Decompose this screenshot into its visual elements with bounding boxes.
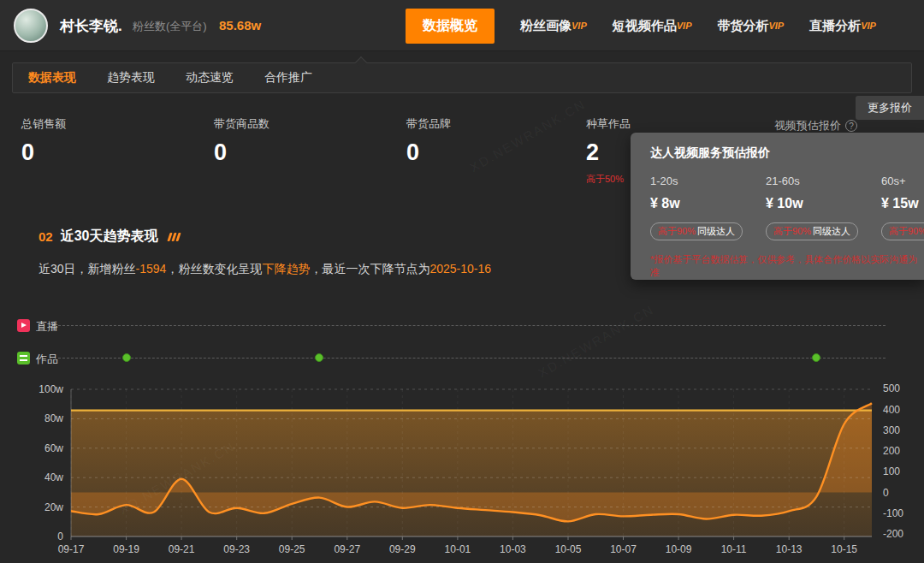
fans-count-label: 粉丝数(全平台) — [133, 19, 207, 34]
section-title: 近30天趋势表现 — [61, 228, 158, 246]
stat-commerce-brands: 带货品牌 0 — [406, 116, 451, 166]
trend-summary: 近30日，新增粉丝-1594，粉丝数变化呈现下降趋势，最近一次下降节点为2025… — [38, 262, 491, 277]
summary-text: ，最近一次下降节点为 — [310, 262, 429, 276]
stat-value: 0 — [406, 139, 451, 166]
stat-rank-badge: 高于50% — [586, 173, 631, 186]
trend-section-header: 02 近30天趋势表现 — [38, 228, 180, 246]
tab-fans-portrait[interactable]: 粉丝画像VIP — [520, 18, 587, 34]
legend-live-row: 直播 — [0, 318, 924, 332]
svg-text:10-07: 10-07 — [610, 543, 637, 555]
watermark: XD.NEWRANK.CN — [467, 97, 588, 175]
svg-text:-100: -100 — [883, 507, 903, 519]
rank-badge: 高于90%同级达人 — [650, 222, 743, 240]
stat-label: 总销售额 — [21, 116, 66, 132]
svg-text:200: 200 — [883, 445, 900, 457]
avatar[interactable] — [14, 9, 48, 43]
svg-text:100: 100 — [883, 465, 900, 477]
svg-text:10-09: 10-09 — [666, 543, 692, 555]
subnav-item-data-performance[interactable]: 数据表现 — [28, 70, 76, 86]
svg-text:100w: 100w — [38, 383, 63, 395]
stat-total-sales: 总销售额 0 — [21, 116, 66, 166]
rank-badge-percent: 高于90% — [773, 225, 811, 238]
stat-value: 0 — [214, 139, 270, 166]
vip-badge: VIP — [768, 21, 784, 31]
tab-short-video-works-label: 短视频作品 — [613, 18, 677, 33]
stat-label: 带货品牌 — [406, 116, 451, 132]
quote-disclaimer: *报价基于平台数据估算，仅供参考，具体合作价格以实际沟通为准 — [650, 253, 924, 279]
svg-text:09-27: 09-27 — [334, 543, 360, 555]
stat-value: 2 — [586, 139, 631, 166]
vip-badge: VIP — [572, 21, 587, 31]
works-markers — [0, 351, 924, 364]
svg-text:09-23: 09-23 — [223, 543, 250, 555]
svg-text:300: 300 — [883, 424, 900, 436]
dashboard-page: 村长李锐. 粉丝数(全平台) 85.68w 数据概览 粉丝画像VIP 短视频作品… — [0, 0, 924, 563]
fans-count-value: 85.68w — [219, 18, 261, 33]
stat-value: 0 — [21, 139, 66, 166]
section-deco-icon — [169, 233, 180, 241]
vip-badge: VIP — [677, 21, 692, 31]
svg-text:0: 0 — [883, 487, 889, 499]
quote-col-60s-plus: 60s+ ¥ 15w 高于90%同级达人 — [881, 175, 924, 240]
tab-commerce-analysis[interactable]: 带货分析VIP — [717, 18, 784, 34]
svg-text:09-25: 09-25 — [279, 543, 305, 555]
sub-nav: 数据表现 趋势表现 动态速览 合作推广 — [12, 62, 912, 93]
duration-label: 21-60s — [766, 175, 881, 187]
section-index: 02 — [38, 229, 53, 244]
tab-data-overview[interactable]: 数据概览 — [406, 9, 495, 44]
stat-label: 带货商品数 — [214, 116, 270, 132]
duration-label: 60s+ — [881, 175, 924, 187]
quote-tooltip: 达人视频服务预估报价 1-20s ¥ 8w 高于90%同级达人 21-60s ¥… — [631, 133, 924, 280]
live-icon — [17, 319, 30, 332]
tab-short-video-works[interactable]: 短视频作品VIP — [613, 18, 692, 34]
stat-label: 种草作品 — [586, 116, 631, 132]
live-timeline — [58, 325, 886, 326]
tab-commerce-analysis-label: 带货分析 — [717, 18, 768, 33]
svg-text:-200: -200 — [883, 528, 903, 540]
svg-text:09-29: 09-29 — [389, 543, 416, 555]
rank-badge-percent: 高于90% — [889, 225, 924, 238]
svg-text:10-01: 10-01 — [445, 543, 471, 555]
video-quote-label: 视频预估报价 ? — [774, 118, 857, 133]
tab-live-analysis[interactable]: 直播分析VIP — [809, 18, 876, 34]
rank-badge-peer: 同级达人 — [813, 225, 850, 238]
watermark: XD.NEWRANK.CN — [536, 302, 656, 380]
svg-text:09-19: 09-19 — [113, 543, 139, 555]
vip-badge: VIP — [861, 21, 876, 31]
duration-label: 1-20s — [650, 175, 766, 187]
stat-commerce-products: 带货商品数 0 — [214, 116, 270, 166]
more-quotes-button[interactable]: 更多报价 — [856, 96, 924, 120]
quote-columns: 1-20s ¥ 8w 高于90%同级达人 21-60s ¥ 10w 高于90%同… — [650, 175, 924, 240]
svg-text:10-13: 10-13 — [776, 543, 803, 555]
subnav-item-activity-overview[interactable]: 动态速览 — [186, 70, 234, 86]
summary-text: ，粉丝数变化呈现 — [166, 262, 262, 276]
work-marker-dot[interactable] — [812, 353, 820, 362]
svg-text:80w: 80w — [44, 412, 63, 424]
svg-text:10-15: 10-15 — [831, 543, 857, 555]
legend-live-label: 直播 — [36, 319, 58, 335]
legend-works-row: 作品 — [0, 351, 924, 364]
summary-text: 近30日，新增粉丝 — [38, 262, 136, 276]
svg-text:09-17: 09-17 — [58, 543, 85, 555]
subnav-item-cooperation[interactable]: 合作推广 — [264, 70, 312, 86]
rank-badge: 高于90%同级达人 — [766, 222, 858, 240]
help-icon[interactable]: ? — [845, 120, 857, 132]
work-marker-dot[interactable] — [315, 353, 323, 362]
svg-text:500: 500 — [883, 382, 900, 394]
quote-tooltip-title: 达人视频服务预估报价 — [650, 145, 924, 161]
subnav-item-trend-performance[interactable]: 趋势表现 — [107, 70, 155, 86]
rank-badge-percent: 高于90% — [658, 225, 696, 238]
svg-text:10-03: 10-03 — [500, 543, 526, 555]
svg-text:60w: 60w — [44, 442, 63, 454]
svg-text:10-05: 10-05 — [555, 543, 582, 555]
tab-live-analysis-label: 直播分析 — [809, 18, 861, 33]
quote-col-21-60s: 21-60s ¥ 10w 高于90%同级达人 — [766, 175, 881, 240]
price-value: ¥ 10w — [766, 196, 881, 211]
tab-fans-portrait-label: 粉丝画像 — [520, 18, 572, 33]
rank-badge: 高于90%同级达人 — [881, 222, 924, 240]
work-marker-dot[interactable] — [122, 353, 131, 362]
stat-seeding-works: 种草作品 2 高于50% — [586, 116, 631, 186]
summary-drop-date: 2025-10-16 — [429, 262, 491, 276]
svg-text:40w: 40w — [44, 471, 63, 483]
svg-text:20w: 20w — [44, 501, 63, 513]
